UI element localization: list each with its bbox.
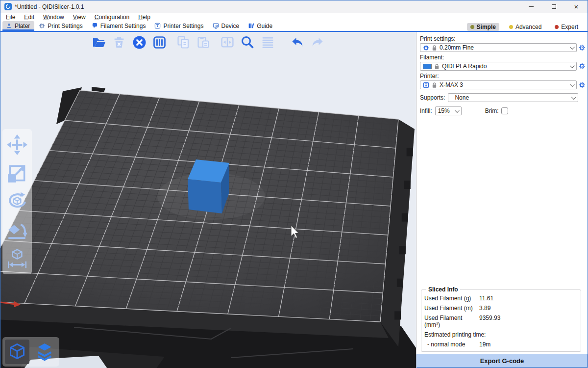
tabbar: Plater Print Settings Filament Settings …	[0, 21, 588, 32]
sidebar-spacer	[420, 117, 586, 286]
menu-window[interactable]: Window	[39, 13, 69, 21]
redo-icon	[310, 35, 325, 50]
chevron-down-icon	[570, 82, 575, 87]
close-icon: ×	[574, 3, 579, 10]
preview-layers-icon	[34, 341, 55, 363]
gear-icon	[39, 23, 45, 29]
tab-guide[interactable]: Guide	[245, 21, 277, 31]
undo-button[interactable]	[290, 34, 305, 50]
mode-advanced[interactable]: Advanced	[506, 23, 545, 31]
delete-button[interactable]	[112, 34, 126, 50]
move-icon	[6, 133, 28, 156]
place-on-face-tool-button[interactable]	[5, 218, 29, 242]
open-folder-icon	[92, 35, 106, 50]
print-settings-combo[interactable]: 0.20mm Fine	[420, 43, 577, 52]
supports-label: Supports:	[420, 94, 445, 101]
gear-icon	[423, 45, 429, 51]
printer-icon	[423, 82, 429, 88]
brim-checkbox[interactable]	[501, 107, 508, 114]
tab-filament-settings[interactable]: Filament Settings	[88, 21, 150, 31]
used-filament-g-label: Used Filament (g)	[424, 295, 479, 302]
print-settings-gear-button[interactable]	[578, 44, 586, 52]
copy-button[interactable]	[176, 34, 191, 50]
lock-icon	[432, 45, 437, 51]
chevron-down-icon	[455, 108, 460, 113]
tab-plater-label: Plater	[15, 23, 30, 29]
build-plate-scene[interactable]	[0, 32, 416, 368]
menubar: File Edit Window View Configuration Help	[0, 13, 588, 21]
window-title: *Untitled - QIDISlicer-1.0.1	[15, 3, 84, 10]
gear-icon	[579, 44, 586, 51]
print-preset-value: 0.20mm Fine	[440, 44, 567, 51]
menu-help[interactable]: Help	[134, 13, 155, 21]
supports-combo[interactable]: None	[448, 93, 578, 102]
scale-icon	[6, 162, 28, 184]
tab-printer-settings[interactable]: Printer Settings	[151, 21, 208, 31]
printer-combo[interactable]: X-MAX 3	[420, 80, 577, 89]
filament-gear-button[interactable]	[578, 62, 586, 70]
supports-value: None	[451, 94, 569, 101]
export-gcode-button[interactable]: Export G-code	[416, 354, 588, 368]
split-button[interactable]	[220, 34, 235, 50]
infill-value: 15%	[438, 107, 452, 114]
paste-button[interactable]	[196, 34, 211, 50]
sidebar: Print settings: 0.20mm Fine Filament:	[416, 32, 588, 368]
printer-icon	[154, 23, 161, 29]
used-filament-mm3-label: Used Filament (mm³)	[424, 315, 479, 328]
device-icon	[213, 23, 219, 29]
3d-viewport[interactable]	[0, 32, 416, 368]
mode-expert[interactable]: Expert	[551, 23, 582, 31]
move-tool-button[interactable]	[5, 133, 29, 157]
search-button[interactable]	[240, 34, 255, 50]
redo-button[interactable]	[310, 34, 325, 50]
estimated-time-header: Estimated printing time:	[424, 331, 578, 338]
rotate-tool-button[interactable]	[5, 190, 29, 213]
main-area: Print settings: 0.20mm Fine Filament:	[0, 32, 588, 368]
menu-file[interactable]: File	[1, 13, 20, 21]
infill-combo[interactable]: 15%	[435, 106, 462, 115]
variable-layer-height-button[interactable]	[260, 34, 275, 50]
maximize-icon	[552, 4, 556, 9]
filament-color-swatch	[423, 64, 432, 69]
plater-icon	[6, 23, 12, 29]
close-button[interactable]: ×	[565, 0, 588, 13]
open-button[interactable]	[92, 34, 106, 50]
tab-print-settings[interactable]: Print Settings	[35, 21, 87, 31]
measure-tool-button[interactable]	[5, 247, 29, 270]
used-filament-mm3-value: 9359.93	[479, 315, 578, 328]
filament-combo[interactable]: QIDI PLA Rapido	[420, 62, 577, 71]
delete-all-button[interactable]	[132, 34, 147, 50]
split-icon	[220, 35, 235, 50]
delete-all-icon	[132, 35, 147, 50]
chevron-down-icon	[570, 63, 575, 68]
filament-preset-value: QIDI PLA Rapido	[442, 63, 567, 70]
menu-edit[interactable]: Edit	[20, 13, 39, 21]
tab-plater[interactable]: Plater	[2, 21, 34, 31]
arrange-icon	[152, 35, 167, 50]
measure-icon	[6, 247, 28, 270]
tab-device[interactable]: Device	[209, 21, 244, 31]
model-cube	[188, 159, 229, 213]
mode-expert-label: Expert	[561, 24, 578, 30]
print-settings-label: Print settings:	[420, 35, 586, 42]
editor-view-button[interactable]	[5, 340, 29, 364]
preview-view-button[interactable]	[32, 340, 57, 364]
menu-configuration[interactable]: Configuration	[90, 13, 134, 21]
used-filament-g-value: 11.61	[479, 295, 578, 302]
mode-simple[interactable]: Simple	[467, 23, 499, 31]
maximize-button[interactable]	[542, 0, 565, 13]
scale-tool-button[interactable]	[5, 161, 29, 185]
view-toggle-group	[2, 337, 59, 367]
printer-gear-button[interactable]	[578, 81, 586, 89]
arrange-button[interactable]	[152, 34, 167, 50]
filament-label: Filament:	[420, 54, 586, 61]
titlebar: *Untitled - QIDISlicer-1.0.1 ×	[0, 0, 588, 13]
gear-icon	[579, 81, 586, 88]
normal-mode-value: 19m	[479, 341, 578, 348]
gear-icon	[579, 63, 586, 70]
menu-view[interactable]: View	[69, 13, 90, 21]
undo-icon	[290, 35, 305, 50]
gizmo-toolbar	[2, 129, 32, 274]
used-filament-m-label: Used Filament (m)	[424, 305, 479, 312]
minimize-button[interactable]	[520, 0, 542, 13]
